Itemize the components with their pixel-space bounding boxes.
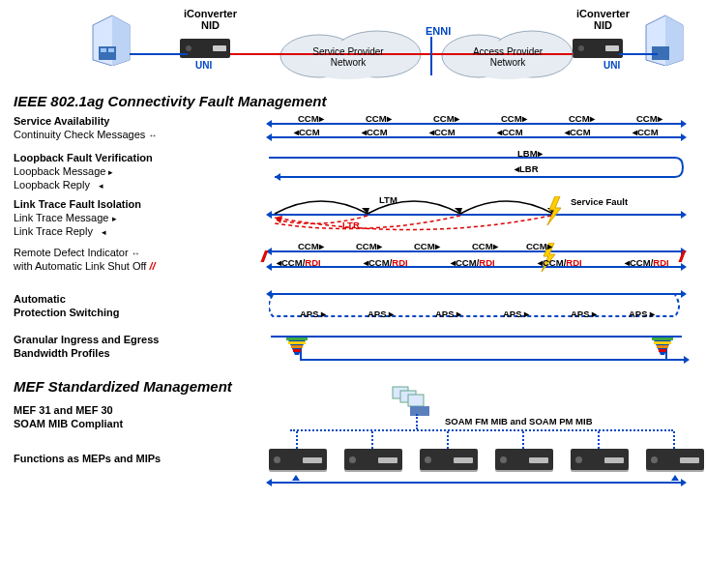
bandwidth-label: Granular Ingress and Egress Bandwidth Pr… (14, 334, 159, 361)
loopback-row: Loopback Fault Verification Loopback Mes… (0, 150, 706, 194)
meps-label: Functions as MEPs and MIPs (14, 453, 161, 466)
section2-title: MEF Standardized Management (14, 378, 706, 395)
loopback-label: Loopback Fault Verification Loopback Mes… (14, 152, 153, 191)
ccm-label: CCM▸ (366, 113, 392, 124)
cloud-service-provider: Service Provider Network (271, 29, 426, 77)
aps-label: APS ▸ (571, 309, 597, 319)
cloud-left-text: Service Provider Network (271, 29, 426, 68)
drop (522, 431, 524, 449)
svg-rect-34 (410, 406, 429, 416)
svg-rect-4 (108, 48, 114, 52)
soam-mib-label: SOAM FM MIB and SOAM PM MIB (445, 416, 593, 426)
bw-line-top (271, 336, 682, 338)
device-icon (495, 449, 553, 470)
loopback-path-icon (269, 154, 687, 187)
aps-label: APS ▸ (435, 309, 461, 319)
meps-row: Functions as MEPs and MIPs (0, 443, 706, 491)
topology-header: iConverter NID UNI iConverter NID UNI EN… (0, 0, 706, 85)
drop (447, 431, 449, 449)
svg-rect-24 (291, 345, 303, 348)
lightning-icon (545, 196, 565, 229)
nid-label-right: iConverter NID (576, 8, 630, 31)
ccmrdi-label: ◂CCM/RDI (451, 257, 495, 268)
cloud-access-provider: Access Provider Network (435, 29, 580, 77)
device-icon (571, 449, 629, 470)
link-line (619, 53, 658, 55)
drop (296, 431, 298, 449)
device-icon (646, 449, 704, 470)
aps-label: APS ▸ (503, 309, 529, 319)
ccm-label: ◂CCM (362, 127, 388, 137)
rdi-label: Remote Defect Indicator ↔ with Automatic… (14, 247, 156, 274)
cloud-right-text: Access Provider Network (435, 29, 580, 68)
building-right-icon (640, 12, 687, 66)
mep-triangle-icon (292, 475, 300, 481)
ccmrdi-label: ◂CCM/RDI (277, 257, 321, 268)
aps-row: Automatic Protection Switching APS ▸ APS… (0, 285, 706, 328)
svg-rect-27 (652, 338, 673, 340)
svg-rect-23 (288, 341, 306, 344)
linktrace-label: Link Trace Fault Isolation Link Trace Me… (14, 198, 141, 238)
ccm-label: CCM▸ (526, 241, 552, 251)
ccm-label: ◂CCM (497, 127, 523, 137)
enni-divider (430, 37, 432, 75)
bw-line-bot (300, 359, 685, 361)
lbr-label: ◂LBR (515, 163, 539, 174)
rdi-row: Remote Defect Indicator ↔ with Automatic… (0, 243, 706, 285)
svg-rect-30 (659, 349, 666, 352)
funnel-right-icon (650, 334, 675, 359)
funnel-left-icon (284, 334, 309, 359)
ltm-label: LTM (379, 194, 397, 205)
ccm-label: ◂CCM (294, 127, 320, 137)
ccm-label: CCM▸ (356, 241, 382, 251)
ccmrdi-label: ◂CCM/RDI (538, 257, 582, 268)
svg-rect-33 (408, 395, 424, 406)
ccm-label: CCM▸ (298, 113, 324, 124)
svg-rect-29 (657, 345, 668, 348)
mib-dotted-line (290, 429, 673, 431)
aps-label: APS ▸ (629, 309, 655, 319)
ltr-arcs-icon (271, 214, 561, 239)
bandwidth-row: Granular Ingress and Egress Bandwidth Pr… (0, 328, 706, 370)
nid-device-left-icon (180, 39, 230, 58)
mef-row: MEF 31 and MEF 30 SOAM MIB Compliant SOA… (0, 400, 706, 443)
uni-label-right: UNI (603, 60, 620, 71)
device-icon (420, 449, 478, 470)
ccmrdi-label: ◂CCM/RDI (625, 257, 669, 268)
mep-triangle-icon (671, 475, 679, 481)
drop (371, 431, 373, 449)
meps-line (271, 482, 682, 484)
slash-left-icon: // (261, 249, 264, 266)
service-availability-row: Service Availability Continuity Check Me… (0, 115, 706, 150)
lbm-label: LBM▸ (517, 148, 543, 159)
svg-rect-3 (101, 48, 106, 52)
ccm-label: CCM▸ (472, 241, 498, 251)
linktrace-row: Link Trace Fault Isolation Link Trace Me… (0, 194, 706, 243)
ltr-label: LTR (342, 220, 360, 230)
aps-dashed-path-icon (269, 293, 685, 320)
aps-label: Automatic Protection Switching (14, 293, 119, 320)
slash-right-icon: // (679, 249, 682, 266)
svg-marker-19 (547, 196, 561, 225)
ccm-label: CCM▸ (433, 113, 459, 124)
device-icon (269, 449, 327, 470)
aps-label: APS ▸ (368, 309, 394, 319)
ccm-label: ◂CCM (429, 127, 456, 137)
mef-label: MEF 31 and MEF 30 SOAM MIB Compliant (14, 404, 123, 431)
ccm-label: ◂CCM (565, 127, 591, 137)
ccm-label: CCM▸ (569, 113, 595, 124)
svg-marker-14 (275, 173, 280, 181)
ccm-label: ◂CCM (632, 127, 659, 137)
service-availability-label: Service Availability Continuity Check Me… (14, 115, 157, 142)
ccmrdi-label: ◂CCM/RDI (364, 257, 408, 268)
svg-rect-25 (293, 349, 301, 352)
ccm-line-bot (271, 136, 682, 138)
drop (673, 431, 675, 449)
svg-rect-22 (286, 338, 308, 340)
nid-label-left: iConverter NID (184, 8, 237, 31)
link-line (130, 53, 188, 55)
ccm-label: CCM▸ (414, 241, 440, 251)
uni-label-left: UNI (195, 60, 212, 71)
building-left-icon (87, 12, 133, 66)
aps-label: APS ▸ (300, 309, 326, 319)
